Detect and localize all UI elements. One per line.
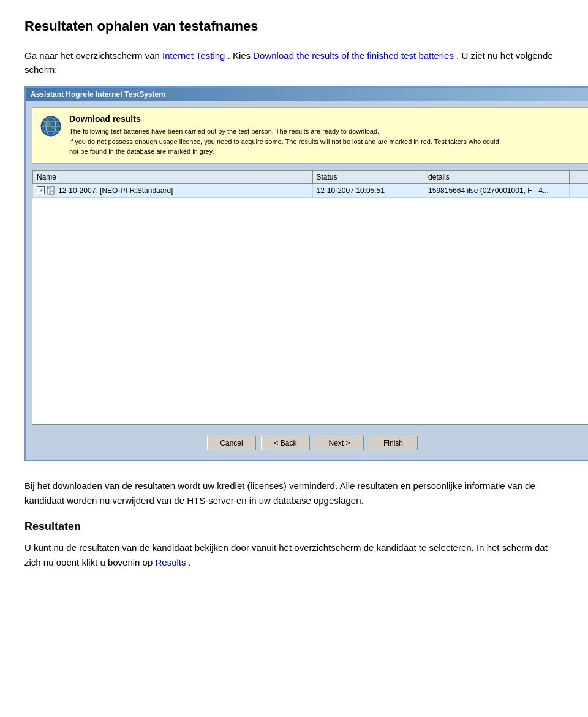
resultaten-heading: Resultaten [24, 520, 564, 533]
info-box: Download results The following test batt… [32, 107, 588, 164]
doc-icon [47, 186, 56, 195]
table-header-row: Name Status details [33, 170, 589, 183]
internet-testing-link[interactable]: Internet Testing [162, 50, 225, 61]
dialog-title: Assistant Hogrefe Internet TestSystem [31, 90, 165, 99]
results-table: Name Status details ✓ [32, 170, 588, 425]
intro-text-part2: . Kies [228, 50, 254, 61]
finish-button[interactable]: Finish [369, 436, 418, 450]
col-header-details: details [424, 170, 570, 183]
next-button[interactable]: Next > [315, 436, 364, 450]
col-header-extra [570, 170, 588, 183]
row-name-cell: ✓ 12-10-2007: [NEO-PI-R:Standaard] [33, 183, 313, 197]
info-box-text: The following test batteries have been c… [69, 126, 499, 157]
info-line1: The following test batteries have been c… [69, 126, 499, 137]
results-para-part1: U kunt nu de resultaten van de kandidaat… [24, 542, 548, 567]
info-box-title: Download results [69, 114, 499, 124]
info-line3: not be found in the database are marked … [69, 146, 499, 157]
intro-paragraph: Ga naar het overzichtscherm van Internet… [24, 49, 564, 77]
back-button[interactable]: < Back [261, 436, 310, 450]
after-dialog-paragraph: Bij het downloaden van de resultaten wor… [24, 479, 564, 508]
col-header-name: Name [33, 170, 313, 183]
globe-icon [40, 115, 62, 137]
row-extra-cell [570, 183, 588, 197]
cancel-button[interactable]: Cancel [207, 436, 256, 450]
download-results-link[interactable]: Download the results of the finished tes… [253, 50, 454, 61]
svg-rect-9 [48, 186, 51, 189]
row-name-text: 12-10-2007: [NEO-PI-R:Standaard] [58, 186, 173, 195]
dialog-titlebar: Assistant Hogrefe Internet TestSystem [26, 88, 588, 101]
svg-point-6 [45, 122, 51, 127]
results-link[interactable]: Results [155, 557, 186, 567]
after-dialog-text: Bij het downloaden van de resultaten wor… [24, 480, 535, 506]
table-row[interactable]: ✓ 12-10-2007: [NEO-PI-R:Standaard] [33, 183, 589, 197]
results-table-container: Name Status details ✓ [32, 170, 588, 425]
page-heading: Resultaten ophalen van testafnames [24, 18, 564, 34]
svg-point-7 [51, 126, 56, 129]
dialog-body: Download results The following test batt… [26, 101, 588, 460]
row-details-cell: 159815664 ilse (0270001001, F - 4... [424, 183, 570, 197]
intro-text-part1: Ga naar het overzichtscherm van [24, 50, 162, 61]
results-para-part2: . [189, 557, 191, 567]
info-line2: If you do not possess enough usage licen… [69, 137, 499, 147]
info-box-content: Download results The following test batt… [69, 114, 499, 157]
dialog-window: Assistant Hogrefe Internet TestSystem Do… [24, 86, 588, 461]
row-checkbox[interactable]: ✓ [37, 186, 45, 194]
button-row: Cancel < Back Next > Finish [32, 431, 588, 454]
row-status-cell: 12-10-2007 10:05:51 [312, 183, 424, 197]
results-section-paragraph: U kunt nu de resultaten van de kandidaat… [24, 541, 564, 570]
col-header-status: Status [312, 170, 424, 183]
empty-row [33, 197, 589, 424]
